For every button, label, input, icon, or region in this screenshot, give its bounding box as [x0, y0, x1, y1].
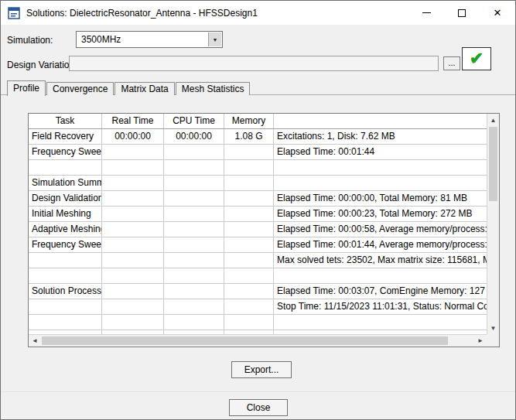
- table-row[interactable]: Stop Time: 11/15/2023 11:01:31, Status: …: [29, 299, 487, 315]
- table-cell: [164, 160, 224, 175]
- vertical-scrollbar[interactable]: ▲ ▼: [487, 114, 499, 334]
- minimize-button[interactable]: [408, 1, 444, 25]
- table-cell: [224, 207, 274, 221]
- close-icon: ✕: [494, 7, 502, 19]
- table-body: Field Recovery00:00:0000:00:001.08 GExci…: [29, 129, 487, 334]
- table-cell: [102, 284, 164, 299]
- table-cell: Elapsed Time: 00:00:58, Average memory/p…: [274, 222, 487, 237]
- table-row[interactable]: Design ValidationElapsed Time: 00:00:00,…: [29, 191, 487, 207]
- solutions-dialog: Solutions: DielectricResonator_Antenna -…: [0, 0, 516, 420]
- table-row[interactable]: [29, 268, 487, 284]
- vertical-scroll-thumb[interactable]: [489, 127, 497, 201]
- table-cell: [164, 176, 224, 190]
- table-cell: [224, 284, 274, 299]
- table-cell: [102, 222, 164, 237]
- table-cell: [224, 315, 274, 330]
- horizontal-scrollbar[interactable]: ◄ ►: [29, 334, 487, 347]
- table-cell: [224, 191, 274, 206]
- maximize-button[interactable]: [444, 1, 480, 25]
- table-row[interactable]: Initial MeshingElapsed Time: 00:00:23, T…: [29, 207, 487, 222]
- table-cell: Field Recovery: [29, 129, 102, 144]
- simulation-label: Simulation:: [7, 35, 53, 46]
- table-cell: [102, 315, 164, 330]
- table-row[interactable]: Frequency SweepElapsed Time: 00:01:44: [29, 145, 487, 160]
- column-header: Real Time: [102, 114, 164, 128]
- table-cell: [224, 268, 274, 283]
- table-cell: [224, 222, 274, 237]
- export-button[interactable]: Export...: [231, 361, 292, 378]
- table-cell: Stop Time: 11/15/2023 11:01:31, Status: …: [274, 299, 487, 314]
- table-cell: [102, 299, 164, 314]
- table-cell: [224, 160, 274, 175]
- table-row[interactable]: Simulation Summary: [29, 176, 487, 191]
- table-row[interactable]: Frequency SweepElapsed Time: 00:01:44, A…: [29, 237, 487, 253]
- tab-mesh-statistics[interactable]: Mesh Statistics: [176, 82, 251, 95]
- tab-profile[interactable]: Profile: [7, 80, 46, 96]
- column-header: CPU Time: [164, 114, 224, 128]
- table-cell: [164, 299, 224, 314]
- title-bar[interactable]: Solutions: DielectricResonator_Antenna -…: [1, 1, 515, 25]
- table-cell: [274, 176, 487, 190]
- chevron-down-icon[interactable]: ▼: [208, 32, 221, 46]
- bottom-separator: [1, 391, 515, 392]
- table-cell: [274, 268, 487, 283]
- design-variation-field[interactable]: [69, 56, 439, 71]
- table-cell: [224, 237, 274, 252]
- table-cell: [164, 145, 224, 159]
- table-cell: [29, 315, 102, 330]
- table-cell: [102, 253, 164, 268]
- table-cell: [102, 268, 164, 283]
- browse-button[interactable]: ...: [443, 56, 460, 70]
- scrollbar-corner: [487, 334, 499, 347]
- window-title: Solutions: DielectricResonator_Antenna -…: [26, 8, 258, 19]
- table-row[interactable]: Max solved tets: 23502, Max matrix size:…: [29, 253, 487, 268]
- table-row[interactable]: Adaptive MeshingElapsed Time: 00:00:58, …: [29, 222, 487, 237]
- table-cell: [164, 222, 224, 237]
- table-cell: [29, 253, 102, 268]
- close-dialog-button[interactable]: Close: [229, 399, 288, 416]
- scroll-up-icon[interactable]: ▲: [487, 114, 499, 126]
- minimize-icon: [422, 12, 431, 13]
- table-cell: [224, 176, 274, 190]
- table-cell: Frequency Sweep: [29, 145, 102, 159]
- table-cell: Adaptive Meshing: [29, 222, 102, 237]
- table-row[interactable]: [29, 315, 487, 330]
- table-cell: Elapsed Time: 00:03:07, ComEngine Memory…: [274, 284, 487, 299]
- table-cell: 1.08 G: [224, 129, 274, 144]
- table-cell: [224, 145, 274, 159]
- table-cell: [29, 268, 102, 283]
- table-cell: Excitations: 1, Disk: 7.62 MB: [274, 129, 487, 144]
- table-cell: [102, 207, 164, 221]
- profile-table-content: TaskReal TimeCPU TimeMemory Field Recove…: [29, 114, 487, 334]
- horizontal-scroll-thumb[interactable]: [42, 336, 448, 345]
- table-cell: Initial Meshing: [29, 207, 102, 221]
- table-cell: Solution Process: [29, 284, 102, 299]
- table-cell: Elapsed Time: 00:01:44: [274, 145, 487, 159]
- table-cell: 00:00:00: [164, 129, 224, 144]
- table-cell: [29, 299, 102, 314]
- simulation-dropdown[interactable]: 3500MHz ▼: [76, 31, 223, 48]
- table-cell: [164, 191, 224, 206]
- checkmark-icon: ✔: [470, 50, 484, 67]
- table-cell: Elapsed Time: 00:00:23, Total Memory: 27…: [274, 207, 487, 221]
- table-cell: [102, 176, 164, 190]
- scroll-right-icon[interactable]: ►: [474, 335, 487, 347]
- table-cell: Max solved tets: 23502, Max matrix size:…: [274, 253, 487, 268]
- table-row[interactable]: Solution ProcessElapsed Time: 00:03:07, …: [29, 284, 487, 299]
- table-cell: [102, 237, 164, 252]
- table-row[interactable]: Field Recovery00:00:0000:00:001.08 GExci…: [29, 129, 487, 145]
- close-button[interactable]: ✕: [480, 1, 515, 25]
- table-cell: [102, 145, 164, 159]
- table-cell: [164, 237, 224, 252]
- table-cell: Elapsed Time: 00:01:44, Average memory/p…: [274, 237, 487, 252]
- column-header: Task: [29, 114, 102, 128]
- scroll-left-icon[interactable]: ◄: [29, 335, 41, 347]
- table-cell: Frequency Sweep: [29, 237, 102, 252]
- tab-convergence[interactable]: Convergence: [46, 82, 114, 95]
- tab-matrix-data[interactable]: Matrix Data: [114, 82, 174, 95]
- table-cell: [102, 160, 164, 175]
- table-cell: [29, 160, 102, 175]
- apply-check-button[interactable]: ✔: [462, 47, 491, 70]
- scroll-down-icon[interactable]: ▼: [487, 322, 499, 334]
- table-row[interactable]: [29, 160, 487, 176]
